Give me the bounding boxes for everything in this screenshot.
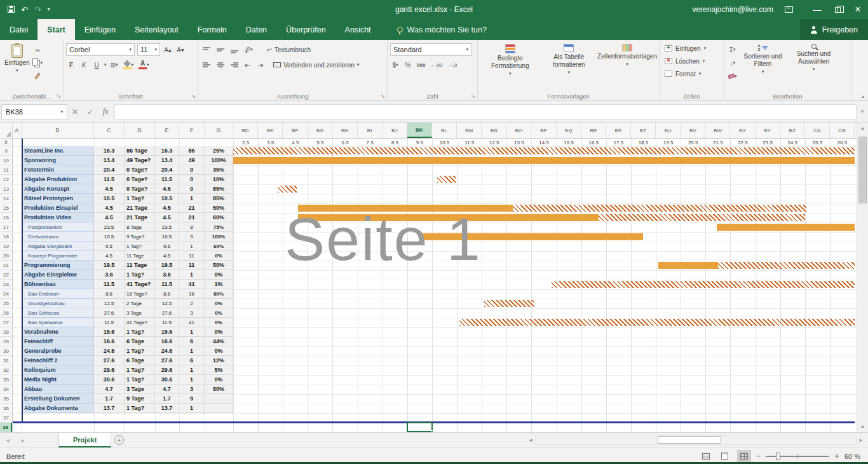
cell-D26[interactable]: 3 Tage [125, 308, 155, 318]
cell-G11[interactable]: 35% [205, 165, 233, 175]
column-header-BE[interactable]: BE [258, 123, 283, 138]
font-color-button[interactable]: A ▾ [137, 59, 151, 71]
cell-D13[interactable]: 0 Tage? [125, 184, 155, 194]
column-header-F[interactable]: F [179, 123, 205, 138]
cell-E32[interactable]: 29.6 [155, 365, 179, 375]
cell-G25[interactable]: 0% [205, 299, 233, 308]
scroll-left-icon[interactable]: ◂ [526, 437, 535, 443]
accounting-format-button[interactable]: $▾ [390, 59, 400, 71]
align-left-button[interactable] [201, 59, 212, 71]
cell-C24[interactable]: 8.6 [94, 289, 125, 299]
zoom-slider[interactable] [766, 456, 829, 457]
cell-C11[interactable]: 20.4 [94, 165, 125, 175]
increase-decimal-button[interactable]: ←,00 [429, 59, 444, 71]
cell-D36[interactable]: 1 Tag? [125, 404, 155, 413]
row-header-28[interactable]: 28 [0, 327, 12, 337]
column-header-BU[interactable]: BU [656, 123, 681, 138]
column-header-BW[interactable]: BW [705, 123, 730, 138]
cell-F33[interactable]: 1 [179, 375, 205, 385]
cell-B23[interactable]: Bühnenbau [22, 280, 94, 289]
cell-F14[interactable]: 1 [179, 194, 205, 203]
row-header-30[interactable]: 30 [0, 346, 12, 356]
zoom-in-button[interactable]: + [834, 451, 839, 461]
cell-E18[interactable]: 10.5 [155, 232, 179, 242]
cell-D23[interactable]: 41 Tage? [125, 280, 155, 289]
maximize-button[interactable] [827, 0, 848, 19]
cell-C27[interactable]: 11.5 [94, 318, 125, 327]
cell-B33[interactable]: Media Night [22, 375, 94, 385]
scroll-up-icon[interactable]: ▴ [857, 123, 868, 133]
tab-ansicht[interactable]: Ansicht [336, 19, 381, 40]
cell-C16[interactable]: 4.5 [94, 213, 125, 222]
row-header-36[interactable]: 36 [0, 404, 12, 413]
cell-E16[interactable]: 4.5 [155, 213, 179, 222]
column-header-BV[interactable]: BV [681, 123, 705, 138]
page-break-line[interactable] [13, 421, 855, 423]
cell-C35[interactable]: 1.7 [94, 394, 125, 404]
orientation-button[interactable]: ab▾ [243, 44, 254, 55]
cell-D28[interactable]: 1 Tag? [125, 327, 155, 337]
zoom-out-button[interactable]: − [756, 451, 761, 461]
ribbon-display-options-icon[interactable] [785, 6, 793, 13]
zoom-level[interactable]: 60 % [844, 453, 860, 460]
cell-B19[interactable]: Abgabe Storyboard [22, 242, 94, 251]
tab-start[interactable]: Start [37, 19, 74, 40]
cell-D34[interactable]: 3 Tage [125, 385, 155, 394]
italic-button[interactable]: K [79, 59, 89, 71]
scroll-right-icon[interactable]: ▸ [857, 437, 865, 443]
cell-B11[interactable]: Fototermin [22, 165, 94, 175]
cell-B35[interactable]: Erstellung Dokumen [22, 394, 94, 404]
column-header-BZ[interactable]: BZ [780, 123, 805, 138]
cell-G30[interactable]: 0% [205, 346, 233, 356]
select-all-corner[interactable] [0, 123, 13, 138]
cell-E35[interactable]: 1.7 [155, 394, 179, 404]
cell-C10[interactable]: 13.4 [94, 156, 125, 165]
font-name-select[interactable]: Corbel ▾ [66, 43, 135, 56]
cell-F25[interactable]: 2 [179, 299, 205, 308]
cell-D31[interactable]: 6 Tage [125, 356, 155, 365]
column-header-B[interactable]: B [22, 123, 94, 138]
column-header-BR[interactable]: BR [581, 123, 606, 138]
row-header-34[interactable]: 34 [0, 385, 12, 394]
row-header-25[interactable]: 25 [0, 299, 12, 308]
cell-E34[interactable]: 4.7 [155, 385, 179, 394]
cell-B16[interactable]: Produktion Video [22, 213, 94, 222]
cell-D11[interactable]: 0 Tage? [125, 165, 155, 175]
font-size-select[interactable]: 11 ▾ [137, 43, 160, 56]
cell-C13[interactable]: 4.5 [94, 184, 125, 194]
cell-G26[interactable]: 0% [205, 308, 233, 318]
cell-D20[interactable]: 11 Tage [125, 251, 155, 261]
autosum-button[interactable]: Σ▾ [727, 44, 738, 55]
cell-F11[interactable]: 0 [179, 165, 205, 175]
cell-E23[interactable]: 11.5 [155, 280, 179, 289]
cell-E30[interactable]: 24.6 [155, 346, 179, 356]
row-header-24[interactable]: 24 [0, 289, 12, 299]
name-box[interactable]: BK38 ▾ [1, 104, 67, 119]
row-header-12[interactable]: 12 [0, 175, 12, 184]
cell-G17[interactable]: 75% [205, 222, 233, 232]
cell-E28[interactable]: 15.6 [155, 327, 179, 337]
cell-G36[interactable] [205, 404, 233, 413]
cell-E31[interactable]: 27.6 [155, 356, 179, 365]
column-header-C[interactable]: C [94, 123, 125, 138]
column-header-CB[interactable]: CB [830, 123, 855, 138]
cell-G24[interactable]: 80% [205, 289, 233, 299]
cell-F36[interactable]: 1 [179, 404, 205, 413]
cell-B15[interactable]: Produktion Einspiel [22, 203, 94, 213]
cell-styles-button[interactable]: Zellenformatvorlagen ▾ [598, 42, 656, 90]
cell-C22[interactable]: 3.6 [94, 270, 125, 280]
cell-C25[interactable]: 12.5 [94, 299, 125, 308]
cell-F35[interactable]: 9 [179, 394, 205, 404]
cell-D21[interactable]: 11 Tage [125, 261, 155, 270]
cell-D12[interactable]: 0 Tage? [125, 175, 155, 184]
column-header-CA[interactable]: CA [805, 123, 830, 138]
alignment-dialog-launcher-icon[interactable]: ⇘ [381, 93, 385, 99]
clear-button[interactable]: ▾ [727, 71, 738, 82]
tab-daten[interactable]: Daten [236, 19, 276, 40]
cell-B29[interactable]: Feinschliff [22, 337, 94, 346]
cell-C12[interactable]: 11.5 [94, 175, 125, 184]
scroll-down-icon[interactable]: ▾ [857, 421, 868, 432]
cell-C21[interactable]: 19.5 [94, 261, 125, 270]
bold-button[interactable]: F [66, 59, 76, 71]
cell-B26[interactable]: Bau Schleuse [22, 308, 94, 318]
